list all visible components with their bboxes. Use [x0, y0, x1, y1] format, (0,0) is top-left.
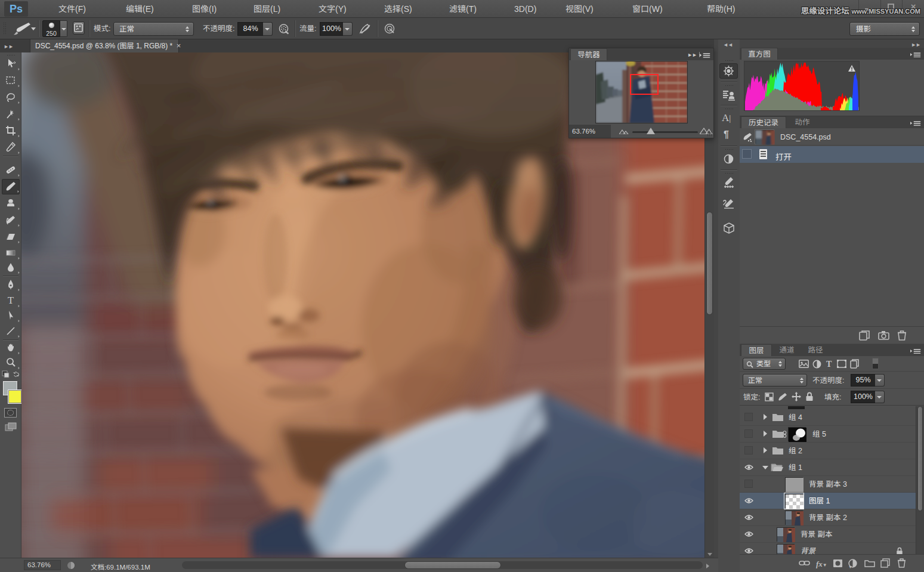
svg-text:T: T: [8, 295, 14, 306]
